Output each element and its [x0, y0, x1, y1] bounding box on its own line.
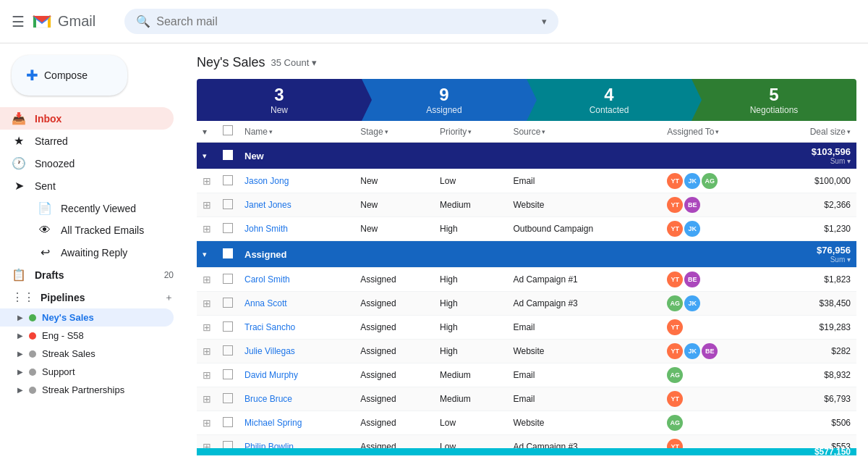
drafts-icon: 📋: [12, 268, 26, 282]
avatar: JK: [684, 343, 700, 359]
count-badge[interactable]: 35 Count ▾: [271, 57, 316, 68]
row-expand-icon[interactable]: ⊞: [197, 193, 217, 217]
th-sort[interactable]: ▾: [197, 121, 217, 143]
top-bar: ☰ Gmail 🔍 ▾: [0, 0, 868, 43]
row-expand-icon[interactable]: ⊞: [197, 292, 217, 316]
sidebar-item-all-tracked[interactable]: 👁 All Tracked Emails: [35, 219, 174, 241]
row-checkbox[interactable]: [217, 169, 239, 193]
row-checkbox[interactable]: [217, 268, 239, 292]
row-checkbox[interactable]: [217, 411, 239, 435]
group-toggle[interactable]: ▾: [197, 143, 217, 169]
group-sum: $103,596 Sum ▾: [768, 143, 856, 169]
compose-plus-icon: ✚: [26, 67, 38, 84]
menu-icon[interactable]: ☰: [12, 13, 25, 30]
sidebar-item-inbox[interactable]: 📥 Inbox: [0, 107, 174, 130]
row-name[interactable]: Philip Bowlin: [239, 435, 354, 449]
row-checkbox[interactable]: [217, 340, 239, 363]
sidebar-item-sent[interactable]: ➤ Sent: [0, 174, 174, 197]
th-deal-size[interactable]: Deal size ▾: [768, 121, 856, 143]
row-name[interactable]: Michael Spring: [239, 411, 354, 435]
pipeline-item-streak-sales[interactable]: ▶ Streak Sales: [0, 345, 174, 363]
row-name[interactable]: Bruce Bruce: [239, 387, 354, 411]
table-row: ⊞ Traci Sancho Assigned High Email YT $1…: [197, 316, 856, 340]
stage-assigned[interactable]: 9 Assigned: [362, 79, 527, 121]
row-name[interactable]: John Smith: [239, 217, 354, 241]
pipelines-add-icon[interactable]: ＋: [164, 291, 174, 304]
row-name[interactable]: Traci Sancho: [239, 316, 354, 340]
row-expand-icon[interactable]: ⊞: [197, 316, 217, 340]
row-assignees: YTBE: [661, 268, 768, 292]
compose-button[interactable]: ✚ Compose: [12, 55, 127, 96]
row-checkbox[interactable]: [217, 363, 239, 387]
row-deal-size: $1,823: [768, 268, 856, 292]
th-priority[interactable]: Priority ▾: [434, 121, 507, 143]
row-priority: Low: [434, 169, 507, 193]
recently-viewed-label: Recently Viewed: [61, 203, 136, 214]
row-checkbox[interactable]: [217, 217, 239, 241]
stage-negotiations[interactable]: 5 Negotiations: [692, 79, 856, 121]
th-name[interactable]: Name ▾: [239, 121, 354, 143]
pipeline-arrow-icon: ▶: [17, 350, 23, 358]
pipeline-item-eng-s58[interactable]: ▶ Eng - S58: [0, 327, 174, 345]
row-name[interactable]: Carol Smith: [239, 268, 354, 292]
sidebar-item-drafts[interactable]: 📋 Drafts 20: [0, 264, 185, 286]
row-deal-size: $38,450: [768, 292, 856, 316]
row-checkbox[interactable]: [217, 435, 239, 449]
stage-new[interactable]: 3 New: [197, 79, 362, 121]
stage-contacted-label: Contacted: [590, 105, 629, 115]
row-stage: Assigned: [354, 387, 434, 411]
sidebar-item-awaiting[interactable]: ↩ Awaiting Reply: [35, 241, 174, 264]
row-deal-size: $19,283: [768, 316, 856, 340]
row-stage: New: [354, 217, 434, 241]
row-assignees: YTJKAG: [661, 169, 768, 193]
row-checkbox[interactable]: [217, 387, 239, 411]
avatar: JK: [684, 221, 700, 237]
th-source[interactable]: Source ▾: [507, 121, 661, 143]
group-toggle[interactable]: ▾: [197, 241, 217, 268]
row-name[interactable]: Jason Jong: [239, 169, 354, 193]
pipeline-arrow-icon: ▶: [17, 386, 23, 394]
row-expand-icon[interactable]: ⊞: [197, 387, 217, 411]
sidebar-item-snoozed[interactable]: 🕐 Snoozed: [0, 152, 174, 174]
row-stage: Assigned: [354, 411, 434, 435]
row-expand-icon[interactable]: ⊞: [197, 169, 217, 193]
row-assignees: YTBE: [661, 193, 768, 217]
th-checkbox[interactable]: [217, 121, 239, 143]
row-name[interactable]: Anna Scott: [239, 292, 354, 316]
pipeline-item-neys-sales[interactable]: ▶ Ney's Sales: [0, 308, 174, 327]
group-checkbox[interactable]: [223, 150, 233, 160]
stage-contacted[interactable]: 4 Contacted: [527, 79, 692, 121]
row-name[interactable]: Julie Villegas: [239, 340, 354, 363]
doc-icon: 📄: [38, 201, 52, 215]
pipeline-dot: [29, 350, 36, 358]
gmail-logo: Gmail: [30, 10, 95, 33]
row-name[interactable]: Janet Jones: [239, 193, 354, 217]
pipeline-item-streak-partnerships[interactable]: ▶ Streak Partnerships: [0, 381, 174, 399]
th-assigned-to[interactable]: Assigned To ▾: [661, 121, 768, 143]
table-row: ⊞ Michael Spring Assigned Low Website AG…: [197, 411, 856, 435]
sidebar-item-starred[interactable]: ★ Starred: [0, 130, 174, 152]
group-checkbox[interactable]: [223, 248, 233, 258]
sidebar-item-recently-viewed[interactable]: 📄 Recently Viewed: [35, 197, 174, 219]
row-expand-icon[interactable]: ⊞: [197, 435, 217, 449]
search-input[interactable]: [156, 15, 536, 28]
main-layout: ✚ Compose 📥 Inbox ★ Starred 🕐 Snoozed ➤ …: [0, 43, 868, 467]
row-expand-icon[interactable]: ⊞: [197, 217, 217, 241]
all-tracked-label: All Tracked Emails: [61, 224, 144, 236]
row-expand-icon[interactable]: ⊞: [197, 363, 217, 387]
pipeline-item-support[interactable]: ▶ Support: [0, 363, 174, 381]
pipeline-dot: [29, 387, 36, 394]
th-stage[interactable]: Stage ▾: [354, 121, 434, 143]
search-dropdown-icon[interactable]: ▾: [542, 16, 547, 27]
table-row: ⊞ Julie Villegas Assigned High Website Y…: [197, 340, 856, 363]
row-expand-icon[interactable]: ⊞: [197, 340, 217, 363]
row-checkbox[interactable]: [217, 292, 239, 316]
reply-icon: ↩: [38, 245, 52, 259]
row-checkbox[interactable]: [217, 193, 239, 217]
row-expand-icon[interactable]: ⊞: [197, 268, 217, 292]
row-checkbox[interactable]: [217, 316, 239, 340]
row-name[interactable]: David Murphy: [239, 363, 354, 387]
row-source: Email: [507, 316, 661, 340]
row-expand-icon[interactable]: ⊞: [197, 411, 217, 435]
crm-table: ▾ Name ▾ Stage ▾ Priority ▾: [197, 121, 856, 448]
